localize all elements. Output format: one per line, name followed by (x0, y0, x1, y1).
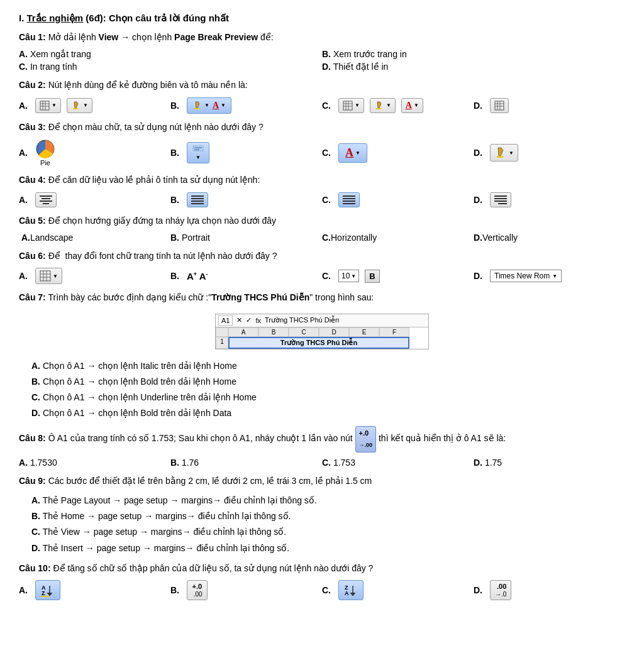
question-5: Câu 5: Để chọn hướng giấy đứng ta nháy l… (19, 214, 625, 228)
q3-answer-b: B. ▼ (170, 142, 322, 163)
q4-answers: A. B. C. D. (19, 192, 625, 207)
q6-answer-a: A. ▼ (19, 268, 170, 284)
q2-btn-b[interactable]: ▼ A ▼ (187, 97, 231, 114)
svg-rect-7 (343, 101, 352, 110)
section-title: I. Trắc nghiệm (6đ): Chọn câu trả lời đú… (19, 13, 625, 24)
q8-answers: A. 1.7530 B. 1.76 C. 1.753 D. 1.75 (19, 458, 625, 468)
q3-answers: A. Pie B. ▼ C. A ▼ D. (19, 139, 625, 167)
cell-reference: A1 (218, 316, 233, 326)
excel-preview-container: A1 ✕ ✓ fx Trường THCS Phú Diễn A B C D E… (19, 310, 625, 353)
svg-rect-31 (41, 596, 50, 597)
q4-btn-a[interactable] (35, 192, 57, 207)
svg-rect-13 (495, 101, 504, 110)
pie-chart-icon (35, 139, 55, 159)
q1-answer-d: D. Thiết đặt lề in (322, 62, 625, 72)
q6-fontsize-box[interactable]: 10 ▼ (338, 270, 359, 282)
q6-bold-btn[interactable]: B (365, 270, 379, 283)
q2-btn-c1[interactable]: ▼ (338, 98, 364, 113)
q4-btn-b[interactable] (187, 192, 208, 207)
q4-answer-d: D. (474, 192, 625, 207)
q8-answer-b: B. 1.76 (170, 458, 322, 468)
q7-answer-b: B. Chọn ô A1 → chọn lệnh Bold trên dải l… (31, 374, 625, 390)
paint-bucket-icon-c2 (374, 101, 384, 111)
q3-btn-d[interactable]: ▼ (490, 144, 518, 162)
q2-answer-a: A. ▼ ▼ (19, 98, 170, 113)
question-2: Câu 2: Nút lệnh dùng để kẻ đường biên và… (19, 78, 625, 92)
q3-answer-a: A. Pie (19, 139, 170, 167)
svg-rect-21 (194, 149, 199, 150)
svg-rect-23 (40, 271, 50, 281)
q3-answer-d: D. ▼ (474, 144, 625, 162)
q2-answer-c: C. ▼ ▼ A ▼ (322, 98, 474, 113)
grid-dropdown-icon (40, 270, 51, 282)
q2-answer-d: D. (474, 98, 625, 113)
q8-decrease-decimal-btn[interactable]: +.0→.00 (355, 426, 377, 452)
q2-btn-d[interactable] (490, 98, 509, 113)
question-8: Câu 8: Ô A1 của trang tính có số 1.753; … (19, 426, 625, 452)
q2-btn-a2[interactable]: ▼ (67, 98, 92, 113)
formula-bar: A1 ✕ ✓ fx Trường THCS Phú Diễn (216, 314, 428, 327)
q8-answer-c: C. 1.753 (322, 458, 474, 468)
excel-grid: A B C D E F 1 Trường THCS Phú Diễn (216, 327, 428, 349)
q2-btn-c2[interactable]: ▼ (370, 98, 396, 113)
grid-icon-c (343, 101, 353, 111)
q4-answer-a: A. (19, 192, 170, 207)
q7-answers: A. Chọn ô A1 → chọn lệnh Italic trên dải… (31, 358, 625, 422)
q7-answer-d: D. Chọn ô A1 → chọn lệnh Bold trên dải l… (31, 405, 625, 421)
q10-answers: A. A Z B. +.0 .00 C. Z A (19, 580, 625, 600)
paint-bucket-icon-b (192, 101, 203, 111)
q6-answer-c: C. 10 ▼ B (322, 270, 474, 283)
q10-btn-a[interactable]: A Z (35, 580, 60, 600)
excel-cell-a1[interactable]: Trường THCS Phú Diễn (228, 337, 409, 349)
q3-btn-c[interactable]: A ▼ (338, 143, 367, 163)
q10-btn-b[interactable]: +.0 .00 (187, 580, 208, 600)
q6-btn-a[interactable]: ▼ (35, 268, 62, 284)
q2-answer-b: B. ▼ A ▼ (170, 97, 322, 114)
q6-fontname-box[interactable]: Times New Rom ▼ (490, 270, 562, 282)
sort-az-icon: A Z (41, 583, 55, 597)
question-7: Câu 7: Trình bày các bước định dạng kiểu… (19, 290, 625, 304)
q10-answer-b: B. +.0 .00 (170, 580, 322, 600)
q4-btn-d[interactable] (490, 192, 511, 207)
q10-btn-d[interactable]: .00 →.0 (490, 580, 511, 600)
q9-answers: A. Thẻ Page Layout → page setup → margin… (31, 493, 625, 556)
q4-btn-c[interactable] (338, 192, 360, 207)
q6-answer-b: B. A+ A- (170, 271, 322, 282)
q9-answer-c: C. Thẻ View → page setup → margins→ điều… (31, 524, 625, 540)
q3-btn-b[interactable]: ▼ (187, 142, 209, 163)
svg-rect-12 (376, 108, 381, 109)
q10-answer-c: C. Z A (322, 580, 474, 600)
q5-answer-d: D.Vertically (474, 233, 625, 243)
sort-za-icon: Z A (344, 583, 358, 597)
q1-answer-a: A. Xem ngắt trang (19, 49, 322, 59)
q2-btn-c3[interactable]: A ▼ (401, 98, 423, 113)
paint-bucket-icon-d (494, 146, 507, 159)
q10-btn-c[interactable]: Z A (338, 580, 364, 600)
q8-answer-d: D. 1.75 (474, 458, 625, 468)
q7-answer-a: A. Chọn ô A1 → chọn lệnh Italic trên dải… (31, 358, 625, 374)
question-6: Câu 6: Để thay đổi font chữ trang tính t… (19, 249, 625, 263)
svg-rect-20 (194, 147, 202, 148)
q2-btn-a[interactable]: ▼ (35, 98, 61, 113)
q6-answer-d: D. Times New Rom ▼ (474, 270, 625, 282)
q10-answer-d: D. .00 →.0 (474, 580, 625, 600)
paint-bucket-icon (71, 101, 81, 111)
svg-rect-5 (73, 108, 78, 109)
question-10: Câu 10: Để tăng số chữ số thập phân của … (19, 561, 625, 575)
question-9: Câu 9: Các bước để thiết đặt lề trên bằn… (19, 474, 625, 488)
q1-answer-c: C. In trang tính (19, 62, 322, 72)
grid-icon (40, 101, 50, 111)
q8-answer-a: A. 1.7530 (19, 458, 170, 468)
excel-preview: A1 ✕ ✓ fx Trường THCS Phú Diễn A B C D E… (215, 314, 429, 349)
q9-answer-b: B. Thẻ Home → page setup → margins→ điều… (31, 508, 625, 524)
q4-answer-b: B. (170, 192, 322, 207)
q5-answers: A.Landscape B. Portrait C.Horizontally D… (19, 233, 625, 243)
q5-answer-a: A.Landscape (19, 233, 170, 243)
q1-answer-b: B. Xem trước trang in (322, 49, 625, 59)
q3-answer-c: C. A ▼ (322, 143, 474, 163)
q2-answers: A. ▼ ▼ B. ▼ A (19, 97, 625, 114)
q5-answer-b: B. Portrait (170, 233, 322, 243)
q9-answer-a: A. Thẻ Page Layout → page setup → margin… (31, 493, 625, 508)
q6-btn-b[interactable]: A+ A- (187, 271, 208, 282)
q9-answer-d: D. Thẻ Insert → page setup → margins→ đi… (31, 541, 625, 556)
